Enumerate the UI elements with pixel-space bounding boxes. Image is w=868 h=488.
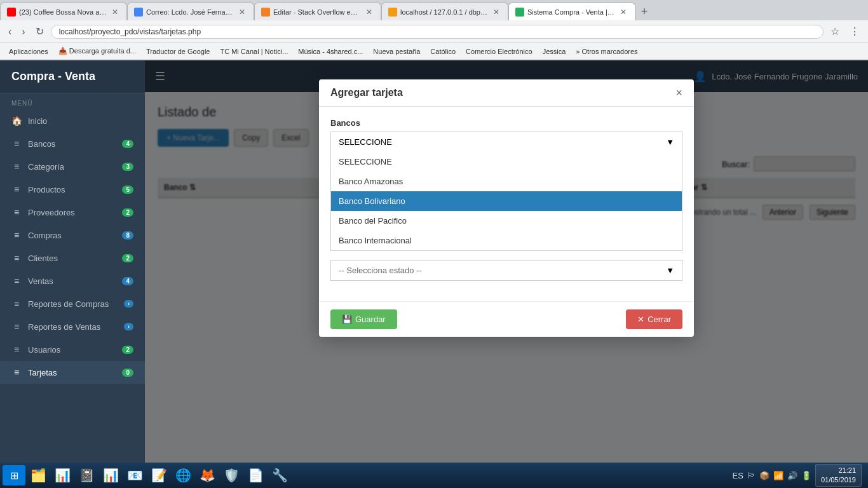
menu-button[interactable]: ⋮ [846, 24, 863, 39]
reload-button[interactable]: ↻ [32, 24, 47, 39]
sidebar: Compra - Venta MENÚ 🏠 Inicio ≡ Bancos 4 … [0, 60, 145, 463]
bm-descarga[interactable]: 📥 Descarga gratuita d... [55, 46, 140, 57]
sidebar-item-productos-label: Productos [28, 185, 116, 194]
proveedores-badge: 2 [122, 208, 133, 217]
tarjetas-icon: ≡ [11, 367, 22, 377]
bm-aplicaciones[interactable]: Aplicaciones [5, 46, 52, 57]
ventas-icon: ≡ [11, 276, 22, 286]
rep-compras-badge: ‹ [124, 300, 133, 308]
save-icon: 💾 [342, 315, 352, 324]
productos-icon: ≡ [11, 184, 22, 194]
sidebar-brand: Compra - Venta [0, 60, 145, 93]
rep-ventas-icon: ≡ [11, 322, 22, 332]
forward-button[interactable]: › [18, 24, 28, 39]
modal-overlay: Agregar tarjeta × Bancos SELECCIONE ▼ [145, 60, 868, 463]
selected-bank-text: SELECCIONE [339, 137, 666, 147]
sidebar-item-productos[interactable]: ≡ Productos 5 [0, 178, 145, 201]
bancos-label: Bancos [330, 118, 682, 128]
usuarios-badge: 2 [122, 346, 133, 354]
sidebar-item-compras[interactable]: ≡ Compras 8 [0, 224, 145, 247]
address-bar-row: ‹ › ↻ localhost/proyecto_pdo/vistas/tarj… [0, 20, 868, 43]
estado-select-display[interactable]: -- Selecciona estado -- ▼ [330, 260, 682, 281]
modal-close-x-button[interactable]: × [675, 87, 682, 98]
address-text: localhost/proyecto_pdo/vistas/tarjetas.p… [59, 27, 201, 36]
close-label: Cerrar [648, 315, 671, 324]
bm-tc[interactable]: TC Mi Canal | Notici... [216, 46, 292, 57]
sidebar-item-tarjetas[interactable]: ≡ Tarjetas 0 [0, 361, 145, 384]
sidebar-item-reportes-compras[interactable]: ≡ Reportes de Compras ‹ [0, 292, 145, 315]
sidebar-item-usuarios[interactable]: ≡ Usuarios 2 [0, 338, 145, 361]
tab-bar: (23) Coffee Bossa Nova and... ✕ Correo: … [0, 0, 868, 20]
sidebar-item-tarjetas-label: Tarjetas [28, 368, 116, 377]
bm-traductor[interactable]: Traductor de Google [142, 46, 214, 57]
select-arrow-icon: ▼ [666, 137, 674, 147]
tab-2[interactable]: Correo: Lcdo. José Fernando Fr... ✕ [127, 3, 254, 20]
bm-nueva[interactable]: Nueva pestaña [369, 46, 424, 57]
tab-2-close[interactable]: ✕ [237, 7, 247, 17]
main-content: ☰ 👤 Lcdo. José Fernando Frugone Jaramill… [145, 60, 868, 463]
compras-icon: ≡ [11, 230, 22, 240]
close-icon: ✕ [637, 315, 644, 324]
sidebar-item-reportes-ventas[interactable]: ≡ Reportes de Ventas ‹ [0, 315, 145, 338]
option-banco-amazonas[interactable]: Banco Amazonas [331, 172, 682, 191]
estado-form-group: -- Selecciona estado -- ▼ [330, 260, 682, 281]
tab-4[interactable]: localhost / 127.0.0.1 / dbproyec... ✕ [381, 3, 508, 20]
clientes-badge: 2 [122, 254, 133, 262]
tab-5-close[interactable]: ✕ [618, 7, 628, 17]
taskbar: ⊞ 🗂️ 📊 📓 📊 📧 📝 🌐 🦊 🛡️ 📄 🔧 ES 🏳 📦 📶 🔊 🔋 [0, 463, 868, 463]
ventas-badge: 4 [122, 277, 133, 285]
bm-otros[interactable]: » Otros marcadores [572, 46, 641, 57]
option-banco-internacional[interactable]: Banco Internacional [331, 231, 682, 250]
cerrar-button[interactable]: ✕ Cerrar [626, 309, 682, 329]
sidebar-item-bancos-label: Bancos [28, 139, 116, 149]
bm-jessica[interactable]: Jessica [539, 46, 570, 57]
bm-catolico[interactable]: Católico [426, 46, 459, 57]
app-container: Compra - Venta MENÚ 🏠 Inicio ≡ Bancos 4 … [0, 60, 868, 463]
home-icon: 🏠 [11, 116, 22, 126]
bookmark-button[interactable]: ☆ [827, 24, 843, 39]
bancos-select-display[interactable]: SELECCIONE ▼ [330, 132, 682, 152]
new-tab-button[interactable]: + [635, 3, 653, 20]
rep-compras-icon: ≡ [11, 299, 22, 309]
sidebar-item-rep-ventas-label: Reportes de Ventas [28, 322, 118, 332]
estado-select-container: -- Selecciona estado -- ▼ [330, 260, 682, 281]
tab-4-title: localhost / 127.0.0.1 / dbproyec... [400, 8, 488, 16]
sidebar-item-ventas-label: Ventas [28, 276, 116, 286]
tab-3[interactable]: Editar - Stack Overflow en espa... ✕ [254, 3, 381, 20]
sidebar-item-ventas[interactable]: ≡ Ventas 4 [0, 269, 145, 292]
sidebar-item-clientes[interactable]: ≡ Clientes 2 [0, 247, 145, 269]
modal-body: Bancos SELECCIONE ▼ SELECCIONE Banco Ama… [319, 107, 694, 301]
bm-comercio[interactable]: Comercio Electrónico [462, 46, 536, 57]
tab-2-title: Correo: Lcdo. José Fernando Fr... [146, 8, 234, 16]
guardar-button[interactable]: 💾 Guardar [330, 309, 397, 329]
bancos-form-group: Bancos SELECCIONE ▼ SELECCIONE Banco Ama… [330, 118, 682, 251]
sidebar-item-compras-label: Compras [28, 231, 116, 240]
back-button[interactable]: ‹ [5, 24, 15, 39]
option-seleccione[interactable]: SELECCIONE [331, 152, 682, 172]
address-box[interactable]: localhost/proyecto_pdo/vistas/tarjetas.p… [51, 25, 824, 39]
sidebar-item-usuarios-label: Usuarios [28, 345, 116, 355]
usuarios-icon: ≡ [11, 344, 22, 355]
modal-agregar-tarjeta: Agregar tarjeta × Bancos SELECCIONE ▼ [319, 79, 694, 337]
compras-badge: 8 [122, 231, 133, 240]
sidebar-item-bancos[interactable]: ≡ Bancos 4 [0, 132, 145, 155]
tarjetas-badge: 0 [122, 369, 133, 377]
bm-musica[interactable]: Música - 4shared.c... [294, 46, 367, 57]
sidebar-item-proveedores-label: Proveedores [28, 208, 116, 217]
tab-5[interactable]: Sistema Compra - Venta | www... ✕ [508, 3, 635, 20]
option-banco-bolivariano[interactable]: Banco Bolivariano [331, 191, 682, 211]
productos-badge: 5 [122, 186, 133, 194]
categoria-badge: 3 [122, 163, 133, 171]
tab-3-close[interactable]: ✕ [364, 7, 374, 17]
tab-1-close[interactable]: ✕ [110, 7, 120, 17]
sidebar-menu-label: MENÚ [0, 93, 145, 109]
sidebar-item-inicio[interactable]: 🏠 Inicio [0, 109, 145, 132]
sidebar-item-proveedores[interactable]: ≡ Proveedores 2 [0, 201, 145, 224]
estado-select-arrow-icon: ▼ [666, 266, 674, 275]
sidebar-item-categoria[interactable]: ≡ Categoría 3 [0, 155, 145, 178]
option-banco-pacifico[interactable]: Banco del Pacifico [331, 211, 682, 231]
tab-4-close[interactable]: ✕ [491, 7, 501, 17]
tab-3-title: Editar - Stack Overflow en espa... [273, 8, 361, 16]
tab-1[interactable]: (23) Coffee Bossa Nova and... ✕ [0, 3, 127, 20]
banks-dropdown-list: SELECCIONE Banco Amazonas Banco Bolivari… [330, 152, 682, 251]
